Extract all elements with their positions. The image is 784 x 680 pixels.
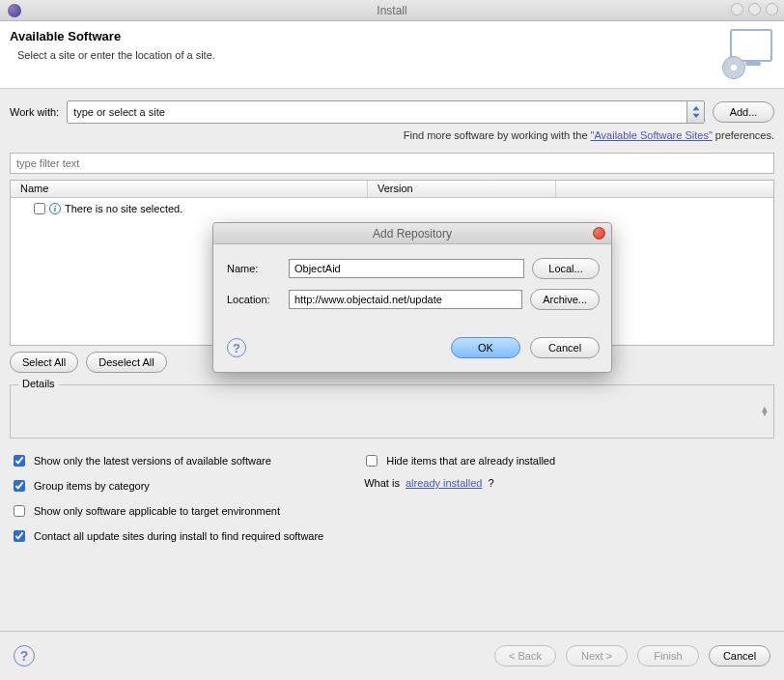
dialog-titlebar[interactable]: Add Repository: [213, 223, 611, 244]
info-icon: i: [49, 203, 61, 214]
table-row: i There is no site selected.: [11, 198, 773, 215]
workwith-hint: Find more software by working with the "…: [10, 129, 774, 141]
archive-button[interactable]: Archive...: [530, 289, 600, 310]
install-wizard-icon: [722, 29, 772, 79]
repo-name-input[interactable]: [289, 259, 524, 278]
next-button[interactable]: Next >: [566, 645, 628, 666]
details-resize-handle[interactable]: ▲▼: [760, 407, 770, 416]
column-name[interactable]: Name: [11, 181, 368, 197]
group-category-label: Group items by category: [34, 480, 150, 492]
details-legend: Details: [18, 378, 59, 389]
wizard-header: Available Software Select a site or ente…: [0, 21, 784, 89]
window-titlebar: Install: [0, 0, 784, 21]
dialog-title: Add Repository: [373, 227, 452, 241]
add-repository-dialog: Add Repository Name: Local... Location: …: [212, 222, 612, 373]
page-subtitle: Select a site or enter the location of a…: [17, 49, 772, 61]
show-latest-label: Show only the latest versions of availab…: [34, 455, 271, 467]
empty-message: There is no site selected.: [65, 203, 182, 214]
workwith-combo[interactable]: [67, 100, 705, 124]
window-maximize-button[interactable]: [748, 3, 761, 15]
column-blank: [556, 181, 773, 197]
select-all-button[interactable]: Select All: [10, 352, 78, 373]
page-title: Available Software: [10, 29, 772, 43]
whatis-prefix: What is: [364, 477, 400, 489]
app-icon: [8, 4, 21, 17]
contact-sites-label: Contact all update sites during install …: [34, 530, 323, 542]
hide-installed-label: Hide items that are already installed: [386, 455, 555, 467]
filter-input[interactable]: [10, 153, 774, 174]
window-controls: [731, 3, 778, 15]
deselect-all-button[interactable]: Deselect All: [86, 352, 166, 373]
window-title: Install: [377, 4, 406, 17]
back-button[interactable]: < Back: [494, 645, 556, 666]
contact-sites-checkbox[interactable]: [14, 530, 25, 542]
whatis-suffix: ?: [488, 477, 493, 489]
help-icon[interactable]: ?: [14, 645, 35, 666]
dialog-ok-button[interactable]: OK: [451, 337, 520, 358]
applicable-checkbox[interactable]: [14, 505, 25, 517]
workwith-dropdown-arrow[interactable]: [686, 101, 704, 123]
already-installed-link[interactable]: already installed: [406, 477, 483, 489]
column-version[interactable]: Version: [368, 181, 556, 197]
repo-name-label: Name:: [227, 263, 281, 274]
dialog-help-icon[interactable]: ?: [227, 338, 246, 357]
details-group: Details ▲▼: [10, 384, 774, 439]
wizard-footer: ? < Back Next > Finish Cancel: [0, 631, 784, 680]
available-sites-link[interactable]: "Available Software Sites": [591, 129, 713, 141]
hide-installed-checkbox[interactable]: [366, 455, 378, 467]
applicable-label: Show only software applicable to target …: [34, 505, 280, 517]
dialog-close-button[interactable]: [593, 227, 605, 240]
cancel-button[interactable]: Cancel: [709, 645, 770, 666]
add-site-button[interactable]: Add...: [713, 101, 774, 123]
finish-button[interactable]: Finish: [637, 645, 699, 666]
hint-text: Find more software by working with the: [404, 129, 591, 141]
group-category-checkbox[interactable]: [14, 480, 25, 492]
workwith-label: Work with:: [10, 106, 59, 118]
workwith-input[interactable]: [68, 101, 686, 123]
local-button[interactable]: Local...: [532, 258, 600, 279]
repo-location-label: Location:: [227, 294, 281, 305]
hint-suffix: preferences.: [713, 129, 774, 141]
window-close-button[interactable]: [766, 3, 778, 15]
row-checkbox[interactable]: [34, 203, 45, 214]
show-latest-checkbox[interactable]: [14, 455, 25, 467]
window-minimize-button[interactable]: [731, 3, 743, 15]
repo-location-input[interactable]: [289, 290, 522, 309]
dialog-cancel-button[interactable]: Cancel: [530, 337, 600, 358]
